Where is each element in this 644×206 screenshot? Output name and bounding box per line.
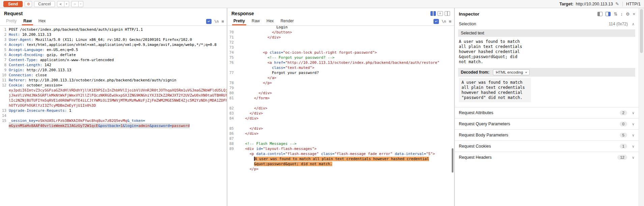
layout-split-icon[interactable] [430, 11, 436, 16]
http-version-label[interactable]: HTTP/1 [626, 2, 641, 6]
back-dropdown-button[interactable]: ▾ [64, 1, 69, 7]
response-scrollbar-thumb[interactable] [452, 148, 453, 173]
cancel-button[interactable]: Cancel [34, 1, 55, 7]
forward-dropdown-button[interactable]: ▾ [79, 1, 83, 7]
line-content: A user was found to match all plain text… [236, 156, 429, 161]
code-line: 76 <a href="http://10.200.113.13/october… [227, 60, 454, 65]
layout-columns-icon[interactable] [445, 11, 450, 16]
encoding-value: HTML encoding [496, 70, 523, 74]
line-content: Connection: close [9, 73, 47, 78]
chevron-down-icon: ∨ [632, 133, 635, 137]
line-number: 6 [0, 52, 9, 57]
line-number: 10 [0, 73, 9, 78]
line-content: Referer: http://10.200.113.13/october/in… [9, 78, 176, 83]
send-button[interactable]: Send [3, 1, 23, 7]
inspector-scrollbar-thumb[interactable] [640, 9, 643, 53]
forward-button[interactable]: > [71, 1, 79, 7]
tab-hex[interactable]: Hex [263, 17, 277, 25]
word-wrap-icon[interactable]: ↵ [206, 19, 212, 24]
line-content: </div> [236, 116, 258, 121]
line-number [0, 93, 9, 98]
line-content: <p data-control="flash-message" class="f… [236, 151, 435, 156]
selected-text-header: Selected text [458, 29, 635, 37]
sort-icon[interactable]: ⇅ [614, 11, 617, 17]
line-number [227, 156, 236, 161]
code-line: 72 [227, 40, 454, 45]
code-line: 2Host: 10.200.113.13 [0, 32, 227, 37]
chevron-up-icon: ∧ [632, 22, 635, 26]
show-newlines-toggle[interactable]: \n [442, 19, 446, 24]
line-content: Accept: text/html,application/xhtml+xml,… [9, 42, 217, 47]
layout-rows-icon[interactable]: ≡ [438, 11, 443, 16]
inspector-header: Inspector ⇅ ↕ ⚙ × [455, 8, 639, 19]
code-line: 14 [0, 113, 227, 118]
inspector-section-request-cookies[interactable]: Request Cookies1∨ [455, 140, 639, 152]
line-number: 12 [0, 83, 9, 88]
code-line: 7Content-Type: application/x-www-form-ur… [0, 57, 227, 62]
chevron-down-icon: ▾ [66, 3, 67, 5]
line-number: 3 [0, 37, 9, 42]
inspector-section-request-body-parameters[interactable]: Request Body Parameters5∨ [455, 129, 639, 140]
line-content: <a href="http://10.200.113.13/october/in… [236, 60, 440, 65]
divider [622, 2, 623, 6]
menu-icon[interactable]: ≡ [449, 19, 451, 24]
section-count-badge: 0 [620, 122, 627, 126]
line-number [227, 101, 236, 106]
tab-raw[interactable]: Raw [20, 17, 35, 25]
back-button[interactable]: < [57, 1, 64, 7]
request-tabbar: PrettyRawHex ↵ \n ≡ [0, 17, 227, 26]
line-content: eyJpdiI6ImtvZ3cySGFsaGZXdHlVRDdhYjllK1E9… [9, 88, 227, 93]
line-number: 76 [227, 60, 236, 65]
line-content: </a> [236, 75, 276, 80]
line-content: </p> [236, 166, 258, 172]
selection-size: 114 (0x72) [609, 22, 627, 26]
line-content: class="text-muted"> [236, 65, 314, 70]
section-count-badge: 1 [620, 144, 627, 149]
show-newlines-toggle[interactable]: \n [214, 19, 219, 24]
inspector-section-request-query-parameters[interactable]: Request Query Parameters0∨ [455, 118, 639, 129]
forward-button-group: > ▾ [71, 1, 83, 7]
code-line: &quot;password&quot; did not match. [227, 161, 454, 166]
line-number: 7 [0, 57, 9, 62]
edit-target-icon[interactable]: ✎ [615, 1, 619, 6]
tab-render[interactable]: Render [277, 17, 297, 25]
selection-section-header[interactable]: Selection 114 (0x72) ∧ [455, 19, 639, 29]
inspector-section-request-attributes[interactable]: Request Attributes2∨ [455, 107, 639, 118]
decoded-from-label: Decoded from: [461, 70, 489, 75]
line-content: Login [236, 26, 287, 30]
word-wrap-icon[interactable]: ↵ [433, 19, 439, 24]
line-content: Content-Type: application/x-www-form-url… [9, 57, 114, 62]
expand-icon[interactable]: ↕ [620, 11, 623, 17]
line-number: 70 [227, 30, 236, 35]
response-viewer[interactable]: Login70 </button>71 </div>727374 <p clas… [227, 26, 454, 206]
tab-pretty[interactable]: Pretty [230, 17, 248, 25]
line-number [227, 151, 236, 156]
encoding-dropdown[interactable]: HTML encoding ▾ [493, 69, 530, 75]
gear-icon[interactable]: ⚙ [626, 11, 630, 17]
inspector-section-request-headers[interactable]: Request Headers12∨ [455, 152, 639, 163]
topbar: Send ⚙ Cancel < ▾ > ▾ Target: http://10.… [0, 0, 644, 8]
line-number [0, 98, 9, 103]
tab-hex[interactable]: Hex [35, 17, 49, 25]
send-settings-button[interactable]: ⚙ [25, 1, 32, 7]
line-content: hOTYzOGFhOGRlYzI3ZTcyMDBmZmEyYjU1In0%3D [9, 103, 96, 108]
request-editor[interactable]: 1POST /october/index.php/backend/backend… [0, 26, 227, 206]
request-panel: Request PrettyRawHex ↵ \n ≡ 1POST /octob… [0, 8, 227, 206]
dock-left-icon[interactable] [597, 12, 603, 16]
tab-pretty[interactable]: Pretty [3, 17, 20, 25]
dock-right-icon[interactable] [606, 12, 611, 16]
line-content: </div> [236, 106, 268, 111]
line-content: </form> [236, 96, 270, 101]
line-content: </div> [236, 91, 272, 96]
code-line: mGyznMSaHv8AAF40vrlieWemkZ1JAGzUy72W1qcE… [0, 123, 227, 128]
line-number: 74 [227, 50, 236, 55]
menu-icon[interactable]: ≡ [221, 19, 224, 24]
code-line: 73 [227, 45, 454, 50]
close-icon[interactable]: × [633, 11, 635, 17]
decoded-from-bar: Decoded from: HTML encoding ▾ [458, 68, 635, 77]
tab-raw[interactable]: Raw [248, 17, 263, 25]
code-line: </p> [227, 166, 454, 172]
line-content: Forgot your password? [236, 70, 319, 75]
code-line [227, 101, 454, 106]
inspector-scrollbar[interactable] [639, 8, 644, 206]
